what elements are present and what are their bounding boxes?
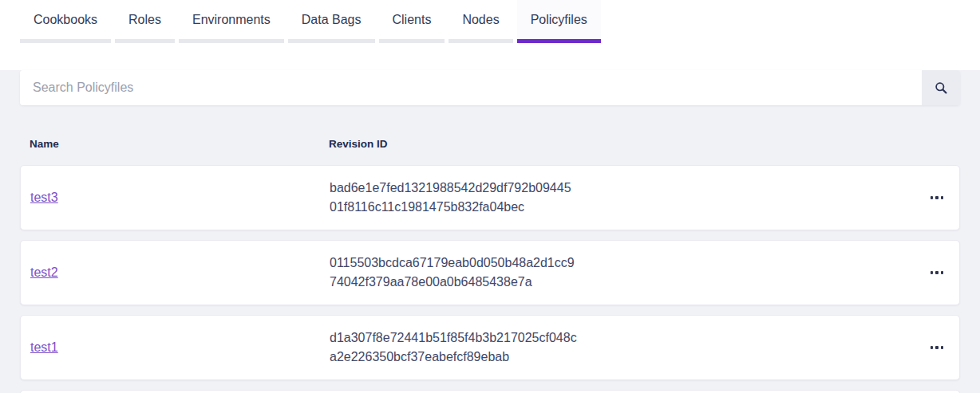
column-header-name: Name bbox=[20, 138, 319, 150]
tab-clients[interactable]: Clients bbox=[379, 0, 445, 43]
row-more-actions-button[interactable] bbox=[926, 190, 949, 206]
search-icon bbox=[935, 81, 948, 95]
revision-id: 0115503bcdca67179eab0d050b48a2d1cc974042… bbox=[320, 253, 577, 292]
ellipsis-icon bbox=[931, 346, 934, 349]
tab-cookbooks[interactable]: Cookbooks bbox=[20, 0, 111, 43]
object-tabs: Cookbooks Roles Environments Data Bags C… bbox=[0, 0, 980, 43]
search-bar bbox=[20, 70, 960, 105]
policyfile-link[interactable]: test2 bbox=[30, 265, 58, 279]
tab-environments[interactable]: Environments bbox=[179, 0, 284, 43]
table-row: test3 bad6e1e7fed1321988542d29df792b0944… bbox=[20, 165, 960, 230]
table-header: Name Revision ID bbox=[20, 132, 960, 155]
table-row: test2 0115503bcdca67179eab0d050b48a2d1cc… bbox=[20, 240, 960, 305]
tab-nodes[interactable]: Nodes bbox=[449, 0, 512, 43]
policyfiles-panel: Name Revision ID test3 bad6e1e7fed132198… bbox=[0, 70, 980, 393]
ellipsis-icon bbox=[931, 271, 934, 274]
search-input[interactable] bbox=[20, 70, 922, 105]
row-more-actions-button[interactable] bbox=[926, 340, 949, 356]
table-row-partial bbox=[20, 390, 960, 393]
row-more-actions-button[interactable] bbox=[926, 265, 949, 281]
revision-id: bad6e1e7fed1321988542d29df792b0944501f81… bbox=[320, 179, 577, 217]
tab-data-bags[interactable]: Data Bags bbox=[288, 0, 375, 43]
ellipsis-icon bbox=[931, 196, 934, 199]
tab-policyfiles[interactable]: Policyfiles bbox=[517, 0, 601, 43]
table-row: test1 d1a307f8e72441b51f85f4b3b217025cf0… bbox=[20, 315, 960, 380]
search-button[interactable] bbox=[922, 70, 960, 105]
policyfile-link[interactable]: test1 bbox=[30, 340, 58, 354]
policyfile-link[interactable]: test3 bbox=[30, 191, 58, 204]
column-header-revision-id: Revision ID bbox=[319, 138, 915, 150]
tab-roles[interactable]: Roles bbox=[115, 0, 175, 43]
revision-id: d1a307f8e72441b51f85f4b3b217025cf048ca2e… bbox=[320, 328, 577, 367]
